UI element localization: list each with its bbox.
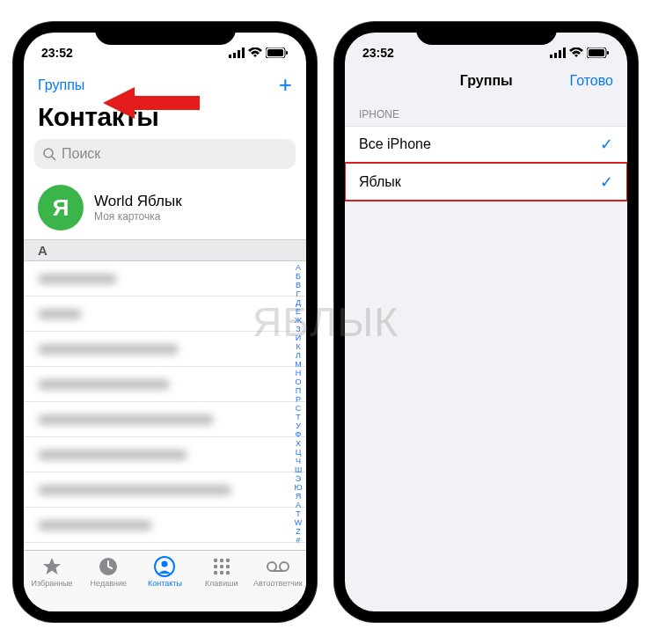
blurred-name — [38, 414, 214, 425]
check-icon: ✓ — [600, 172, 613, 192]
contact-row[interactable] — [24, 508, 306, 543]
contact-row[interactable] — [24, 437, 306, 472]
check-icon: ✓ — [600, 135, 613, 154]
svg-point-16 — [225, 559, 229, 562]
index-letter[interactable]: Ш — [295, 465, 302, 474]
signal-icon — [550, 48, 566, 58]
index-letter[interactable]: С — [296, 404, 302, 413]
blurred-name — [38, 309, 82, 319]
search-icon — [43, 148, 56, 161]
index-letter[interactable]: Р — [296, 395, 301, 404]
svg-point-13 — [162, 561, 168, 567]
svg-rect-32 — [607, 51, 609, 55]
index-letter[interactable]: П — [296, 386, 301, 395]
index-letter[interactable]: У — [296, 421, 301, 430]
contact-row[interactable] — [24, 543, 306, 550]
index-letter[interactable]: Ц — [296, 448, 302, 457]
contact-row[interactable] — [24, 332, 306, 367]
index-letter[interactable]: З — [296, 325, 300, 333]
groups-title: Группы — [460, 73, 513, 89]
notch — [416, 22, 557, 45]
wifi-icon — [248, 48, 262, 58]
tab-voicemail[interactable]: Автоответчик — [252, 556, 304, 588]
contact-list[interactable]: АБВГДЕЖЗИКЛМНОПРСТУФХЦЧШЭЮЯATWZ# — [24, 261, 306, 550]
index-letter[interactable]: О — [295, 377, 301, 386]
tab-recents[interactable]: Недавние — [82, 556, 135, 588]
index-letter[interactable]: Е — [296, 307, 301, 316]
index-letter[interactable]: Z — [296, 527, 301, 536]
svg-rect-31 — [589, 49, 604, 56]
index-letter[interactable]: М — [295, 360, 302, 369]
svg-rect-3 — [242, 48, 245, 58]
status-time: 23:52 — [41, 46, 73, 60]
phone-right: 23:52 Группы Готово IPH — [334, 22, 638, 622]
svg-point-15 — [219, 559, 223, 562]
me-card[interactable]: Я World Яблык Моя карточка — [24, 178, 306, 239]
index-letter[interactable]: Н — [296, 369, 302, 377]
contact-row[interactable] — [24, 402, 306, 437]
index-letter[interactable]: Я — [296, 492, 302, 501]
index-letter[interactable]: А — [296, 263, 301, 272]
index-letter[interactable]: Э — [296, 474, 301, 483]
blurred-name — [38, 274, 117, 284]
avatar: Я — [38, 185, 84, 231]
tab-favorites[interactable]: Избранные — [26, 556, 78, 588]
svg-rect-0 — [229, 55, 231, 58]
index-letter[interactable]: В — [296, 281, 301, 289]
svg-rect-2 — [238, 50, 240, 58]
svg-point-14 — [213, 559, 216, 562]
group-row[interactable]: Яблык✓ — [345, 163, 627, 201]
blurred-name — [38, 379, 170, 390]
svg-point-22 — [225, 571, 229, 574]
svg-rect-27 — [554, 53, 557, 58]
index-letter[interactable]: Б — [296, 272, 301, 281]
svg-point-18 — [219, 565, 223, 568]
tabbar: Избранные Недавние Контакты — [24, 550, 306, 611]
svg-point-9 — [44, 149, 53, 157]
index-letter[interactable]: Т — [296, 413, 301, 421]
me-name: World Яблык — [94, 193, 182, 210]
voicemail-icon — [266, 556, 290, 577]
contact-row[interactable] — [24, 472, 306, 508]
tab-label: Избранные — [32, 579, 73, 588]
tab-label: Недавние — [91, 579, 127, 588]
svg-marker-8 — [103, 87, 135, 119]
svg-point-21 — [219, 571, 223, 574]
index-letter[interactable]: Ч — [296, 457, 301, 465]
svg-rect-5 — [267, 49, 283, 56]
svg-point-17 — [213, 565, 216, 568]
index-letter[interactable]: Г — [296, 289, 301, 298]
done-button[interactable]: Готово — [570, 73, 613, 89]
keypad-icon — [211, 556, 232, 577]
groups-link[interactable]: Группы — [38, 77, 84, 93]
svg-rect-7 — [129, 96, 200, 110]
svg-point-23 — [267, 562, 276, 571]
section-header: A — [24, 239, 306, 261]
index-letter[interactable]: A — [296, 501, 301, 509]
index-letter[interactable]: Д — [296, 298, 301, 307]
arrow-annotation — [103, 85, 200, 121]
index-letter[interactable]: Ф — [296, 430, 302, 439]
index-letter[interactable]: И — [296, 333, 301, 342]
index-letter[interactable]: Ж — [295, 316, 302, 325]
contact-row[interactable] — [24, 367, 306, 402]
tab-keypad[interactable]: Клавиши — [195, 556, 248, 588]
index-letter[interactable]: W — [295, 518, 303, 527]
index-letter[interactable]: Х — [296, 439, 301, 448]
add-contact-button[interactable]: + — [279, 71, 292, 99]
index-letter[interactable]: К — [296, 342, 300, 351]
alpha-index[interactable]: АБВГДЕЖЗИКЛМНОПРСТУФХЦЧШЭЮЯATWZ# — [292, 261, 304, 550]
contact-row[interactable] — [24, 296, 306, 332]
tab-contacts[interactable]: Контакты — [138, 556, 191, 588]
index-letter[interactable]: T — [296, 509, 301, 518]
index-letter[interactable]: Л — [296, 351, 301, 360]
battery-icon — [266, 48, 289, 58]
index-letter[interactable]: Ю — [294, 483, 302, 492]
index-letter[interactable]: # — [296, 536, 300, 545]
group-row[interactable]: Все iPhone✓ — [345, 126, 627, 164]
svg-line-10 — [52, 157, 55, 160]
contact-row[interactable] — [24, 261, 306, 296]
group-label: Яблык — [359, 174, 401, 190]
search-input[interactable]: Поиск — [34, 139, 296, 169]
blurred-name — [38, 485, 231, 495]
